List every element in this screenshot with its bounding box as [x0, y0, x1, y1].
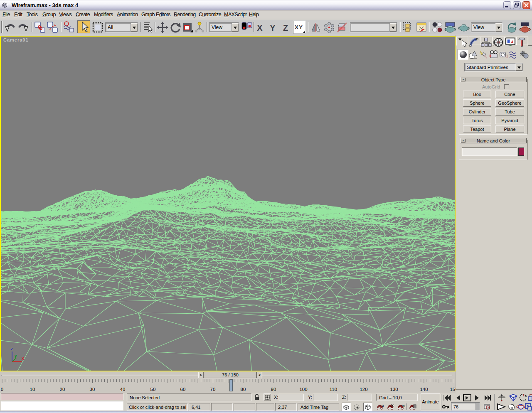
svg-text:110: 110 [330, 387, 337, 392]
svg-text:0: 0 [1, 387, 3, 392]
svg-text:x: x [22, 356, 24, 361]
svg-text:3: 3 [382, 404, 384, 408]
svg-text:Y: Y [270, 23, 276, 32]
svg-text:80: 80 [241, 387, 246, 392]
svg-text:Z: Z [283, 23, 288, 32]
svg-text:150: 150 [450, 387, 456, 392]
svg-text:y: y [15, 354, 17, 358]
svg-text:z: z [11, 347, 13, 351]
svg-text:40: 40 [120, 387, 126, 392]
svg-text:120: 120 [360, 387, 367, 392]
svg-text:20: 20 [60, 387, 65, 392]
svg-text:100: 100 [299, 387, 307, 392]
svg-text:50: 50 [150, 387, 156, 392]
svg-text:10: 10 [30, 387, 35, 392]
svg-text:X: X [257, 23, 263, 32]
svg-text:%: % [402, 404, 405, 408]
svg-text:140: 140 [420, 387, 428, 392]
svg-text:70: 70 [210, 387, 216, 392]
svg-text:30: 30 [90, 387, 95, 392]
svg-text:60: 60 [180, 387, 186, 392]
svg-text:130: 130 [390, 387, 398, 392]
svg-text:90: 90 [271, 387, 276, 392]
